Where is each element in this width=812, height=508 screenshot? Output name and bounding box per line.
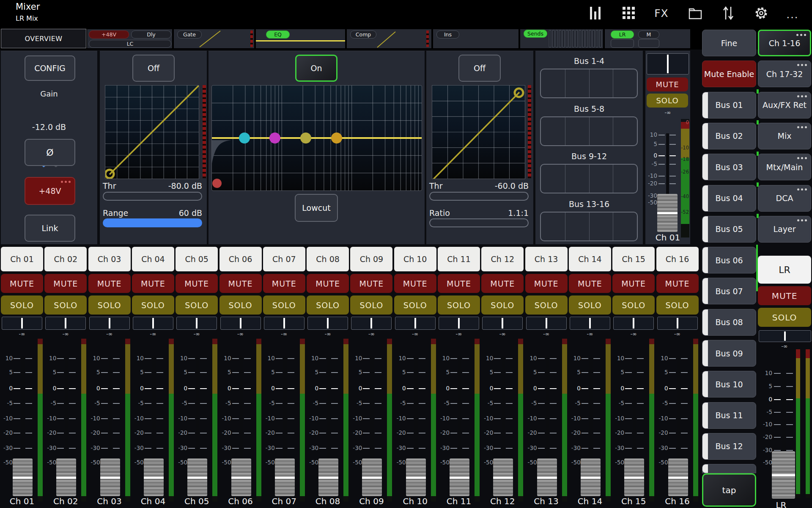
sidebar-bus-11-button[interactable]: Bus 11 xyxy=(702,402,756,429)
fader-cap[interactable] xyxy=(100,458,120,496)
fader-cap[interactable] xyxy=(657,194,678,232)
channel-pan-slider[interactable] xyxy=(482,317,523,330)
sidebar-bus-07-button[interactable]: Bus 07 xyxy=(702,278,756,304)
channel-select-button[interactable]: Ch 08 xyxy=(307,247,349,271)
channel-solo-button[interactable]: SOLO xyxy=(394,295,436,315)
mini-gate-panel[interactable]: Gate xyxy=(174,29,254,48)
channel-fader[interactable]: 1050-5-10-20-30-50 xyxy=(88,339,131,502)
channel-select-button[interactable]: Ch 14 xyxy=(569,247,611,271)
channel-fader[interactable]: 1050-5-10-20-30-50 xyxy=(394,339,436,502)
channel-pan-slider[interactable] xyxy=(2,317,42,330)
channel-solo-button[interactable]: SOLO xyxy=(44,295,87,315)
channel-solo-button[interactable]: SOLO xyxy=(263,295,305,315)
sidebar-bus-06-button[interactable]: Bus 06 xyxy=(702,247,756,273)
mini-phantom-button[interactable]: +48V xyxy=(89,30,129,39)
channel-mute-button[interactable]: MUTE xyxy=(656,274,699,293)
lr-solo-button[interactable]: SOLO xyxy=(758,308,811,327)
channel-mute-button[interactable]: MUTE xyxy=(525,274,568,293)
channel-select-button[interactable]: Ch 07 xyxy=(263,247,305,271)
channel-mute-button[interactable]: MUTE xyxy=(1,274,43,293)
channel-solo-button[interactable]: SOLO xyxy=(307,295,349,315)
channel-solo-button[interactable]: SOLO xyxy=(88,295,131,315)
grid-icon[interactable] xyxy=(620,6,638,21)
fader-cap[interactable] xyxy=(13,458,33,496)
config-button[interactable]: CONFIG xyxy=(25,55,75,81)
channel-fader[interactable]: 1050-5-10-20-30-50 xyxy=(525,339,568,502)
channel-select-button[interactable]: Ch 04 xyxy=(132,247,174,271)
channel-select-button[interactable]: Ch 03 xyxy=(88,247,131,271)
sidebar-layer-aux-fx-ret-button[interactable]: Aux/FX Ret xyxy=(758,92,811,119)
phase-button[interactable]: Ø xyxy=(25,139,75,166)
sends-group-box[interactable] xyxy=(540,164,638,193)
strip-mute-button[interactable]: MUTE xyxy=(647,77,688,91)
gate-graph[interactable] xyxy=(105,85,199,179)
mini-insert-panel[interactable]: Ins xyxy=(433,29,518,48)
sidebar-bus-08-button[interactable]: Bus 08 xyxy=(702,309,756,336)
sidebar-bus-12-button[interactable]: Bus 12 xyxy=(702,433,756,460)
lr-pan-slider[interactable] xyxy=(759,330,811,342)
fader-cap[interactable] xyxy=(144,458,164,496)
channel-pan-slider[interactable] xyxy=(89,317,130,330)
sidebar-mute-enable-button[interactable]: Mute Enable xyxy=(702,61,756,87)
fader-cap[interactable] xyxy=(581,458,601,496)
channel-fader[interactable]: 1050-5-10-20-30-50 xyxy=(263,339,305,502)
comp-thr-slider[interactable] xyxy=(429,192,529,201)
channel-solo-button[interactable]: SOLO xyxy=(350,295,392,315)
channel-fader[interactable]: 1050-5-10-20-30-50 xyxy=(438,339,480,502)
channel-fader[interactable]: 1050-5-10-20-30-50 xyxy=(219,339,262,502)
mini-comp-panel[interactable]: Comp xyxy=(347,29,431,48)
channel-pan-slider[interactable] xyxy=(176,317,217,330)
fader-cap[interactable] xyxy=(493,458,513,496)
mini-eq-panel[interactable]: EQ xyxy=(256,29,345,48)
strip-solo-button[interactable]: SOLO xyxy=(647,94,688,108)
channel-pan-slider[interactable] xyxy=(307,317,348,330)
sends-group-box[interactable] xyxy=(540,69,638,98)
sidebar-layer-mix-button[interactable]: Mix xyxy=(758,123,811,149)
channel-select-button[interactable]: Ch 10 xyxy=(394,247,436,271)
channel-select-button[interactable]: Ch 05 xyxy=(176,247,218,271)
link-button[interactable]: Link xyxy=(25,215,75,242)
sidebar-layer-ch-1-16-button[interactable]: Ch 1-16 xyxy=(758,30,811,56)
channel-pan-slider[interactable] xyxy=(526,317,567,330)
channel-mute-button[interactable]: MUTE xyxy=(132,274,174,293)
fader-cap[interactable] xyxy=(275,458,295,496)
channel-solo-button[interactable]: SOLO xyxy=(219,295,262,315)
sidebar-bus-09-button[interactable]: Bus 09 xyxy=(702,340,756,367)
mini-sends-panel[interactable]: Sends xyxy=(520,29,603,48)
io-icon[interactable] xyxy=(719,6,738,21)
fader-cap[interactable] xyxy=(231,458,251,496)
fader-cap[interactable] xyxy=(450,458,469,496)
channel-pan-slider[interactable] xyxy=(264,317,304,330)
channel-solo-button[interactable]: SOLO xyxy=(132,295,174,315)
fader-cap[interactable] xyxy=(187,458,207,496)
channel-select-button[interactable]: Ch 09 xyxy=(350,247,392,271)
fader-cap[interactable] xyxy=(362,458,382,496)
channel-mute-button[interactable]: MUTE xyxy=(88,274,131,293)
channel-pan-slider[interactable] xyxy=(45,317,86,330)
channel-pan-slider[interactable] xyxy=(657,317,698,330)
gate-range-slider[interactable] xyxy=(103,218,202,227)
channel-fader[interactable]: 1050-5-10-20-30-50 xyxy=(481,339,524,502)
comp-graph[interactable] xyxy=(432,85,525,179)
mini-lowcut-button[interactable]: LC xyxy=(89,40,171,48)
more-icon[interactable]: ... xyxy=(783,6,802,22)
channel-pan-slider[interactable] xyxy=(395,317,436,330)
strip-fader[interactable]: 1050-5-10-20-30-500-10-18-26-40-52 xyxy=(645,119,690,237)
fader-cap[interactable] xyxy=(56,458,76,496)
channel-pan-slider[interactable] xyxy=(570,317,610,330)
gate-power-button[interactable]: Off xyxy=(132,55,175,82)
settings-icon[interactable] xyxy=(752,6,771,21)
eq-band-handle[interactable] xyxy=(269,133,280,144)
meters-icon[interactable] xyxy=(586,6,604,21)
sidebar-layer-layer-button[interactable]: Layer xyxy=(758,216,811,243)
channel-fader[interactable]: 1050-5-10-20-30-50 xyxy=(656,339,699,502)
channel-solo-button[interactable]: SOLO xyxy=(176,295,218,315)
channel-select-button[interactable]: Ch 02 xyxy=(44,247,87,271)
sidebar-fine-button[interactable]: Fine xyxy=(702,30,756,56)
folder-icon[interactable] xyxy=(686,6,705,21)
eq-band-handle[interactable] xyxy=(331,133,342,144)
lr-select-button[interactable]: LR xyxy=(758,256,811,284)
channel-fader[interactable]: 1050-5-10-20-30-50 xyxy=(132,339,174,502)
channel-pan-slider[interactable] xyxy=(439,317,479,330)
eq-power-button[interactable]: On xyxy=(295,55,337,82)
